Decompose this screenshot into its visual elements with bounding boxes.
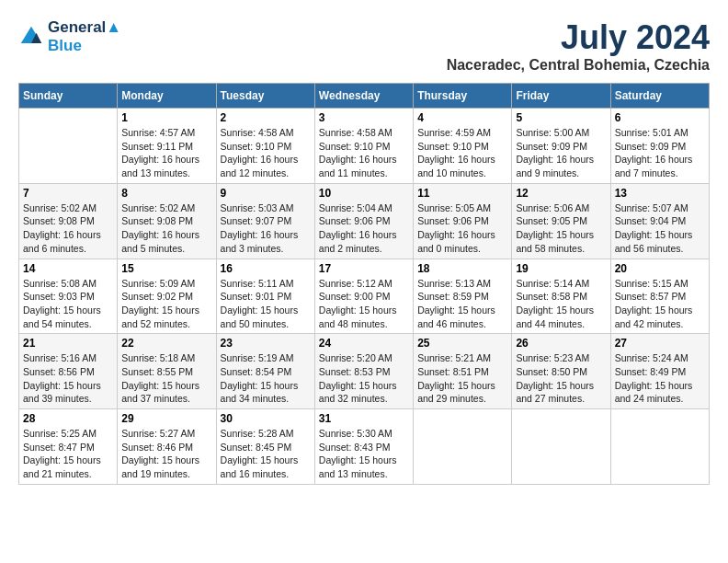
cell-content: Sunrise: 4:58 AM Sunset: 9:10 PM Dayligh…: [221, 126, 311, 180]
header: General▲ Blue July 2024 Naceradec, Centr…: [18, 18, 710, 74]
day-number: 1: [121, 111, 211, 124]
cell-content: Sunrise: 5:07 AM Sunset: 9:04 PM Dayligh…: [615, 201, 705, 256]
calendar-cell: 5Sunrise: 5:00 AM Sunset: 9:09 PM Daylig…: [512, 109, 610, 184]
day-number: 9: [221, 187, 311, 200]
day-number: 13: [615, 187, 705, 200]
day-number: 8: [121, 187, 211, 200]
calendar-cell: 20Sunrise: 5:15 AM Sunset: 8:57 PM Dayli…: [610, 259, 709, 334]
cell-content: Sunrise: 5:19 AM Sunset: 8:54 PM Dayligh…: [221, 351, 311, 406]
cell-content: Sunrise: 4:57 AM Sunset: 9:11 PM Dayligh…: [121, 126, 211, 180]
day-number: 19: [516, 262, 606, 275]
cell-content: Sunrise: 5:02 AM Sunset: 9:08 PM Dayligh…: [23, 201, 113, 256]
calendar-cell: 16Sunrise: 5:11 AM Sunset: 9:01 PM Dayli…: [216, 259, 314, 334]
day-number: 2: [221, 111, 311, 124]
calendar-cell: [414, 409, 512, 485]
cell-content: Sunrise: 5:08 AM Sunset: 9:03 PM Dayligh…: [23, 277, 113, 331]
cell-content: Sunrise: 5:20 AM Sunset: 8:53 PM Dayligh…: [319, 351, 409, 406]
cell-content: Sunrise: 5:03 AM Sunset: 9:07 PM Dayligh…: [221, 201, 311, 256]
day-number: 31: [319, 412, 409, 425]
logo-icon: [18, 24, 44, 50]
cell-content: Sunrise: 5:12 AM Sunset: 9:00 PM Dayligh…: [319, 277, 409, 331]
calendar-cell: 13Sunrise: 5:07 AM Sunset: 9:04 PM Dayli…: [610, 183, 709, 259]
day-number: 20: [615, 262, 705, 275]
calendar-header-friday: Friday: [512, 84, 610, 109]
cell-content: Sunrise: 5:04 AM Sunset: 9:06 PM Dayligh…: [319, 201, 409, 256]
cell-content: Sunrise: 5:24 AM Sunset: 8:49 PM Dayligh…: [615, 351, 705, 406]
cell-content: Sunrise: 5:00 AM Sunset: 9:09 PM Dayligh…: [516, 126, 606, 180]
calendar-week-5: 28Sunrise: 5:25 AM Sunset: 8:47 PM Dayli…: [19, 409, 710, 485]
cell-content: Sunrise: 5:09 AM Sunset: 9:02 PM Dayligh…: [121, 277, 211, 331]
cell-content: Sunrise: 5:27 AM Sunset: 8:46 PM Dayligh…: [121, 427, 211, 481]
month-year-title: July 2024: [447, 18, 710, 57]
calendar-cell: 7Sunrise: 5:02 AM Sunset: 9:08 PM Daylig…: [19, 183, 118, 259]
cell-content: Sunrise: 5:18 AM Sunset: 8:55 PM Dayligh…: [121, 351, 211, 406]
calendar-cell: 23Sunrise: 5:19 AM Sunset: 8:54 PM Dayli…: [216, 334, 314, 409]
calendar-cell: 10Sunrise: 5:04 AM Sunset: 9:06 PM Dayli…: [314, 183, 413, 259]
day-number: 30: [221, 412, 311, 425]
day-number: 12: [516, 187, 606, 200]
day-number: 23: [221, 337, 311, 350]
day-number: 26: [516, 337, 606, 350]
cell-content: Sunrise: 5:30 AM Sunset: 8:43 PM Dayligh…: [319, 427, 409, 481]
day-number: 27: [615, 337, 705, 350]
cell-content: Sunrise: 5:25 AM Sunset: 8:47 PM Dayligh…: [23, 427, 113, 481]
logo: General▲ Blue: [18, 18, 121, 54]
day-number: 17: [319, 262, 409, 275]
title-section: July 2024 Naceradec, Central Bohemia, Cz…: [447, 18, 710, 74]
day-number: 25: [417, 337, 507, 350]
day-number: 22: [121, 337, 211, 350]
calendar-cell: 24Sunrise: 5:20 AM Sunset: 8:53 PM Dayli…: [314, 334, 413, 409]
cell-content: Sunrise: 5:14 AM Sunset: 8:58 PM Dayligh…: [516, 277, 606, 331]
calendar-cell: 28Sunrise: 5:25 AM Sunset: 8:47 PM Dayli…: [19, 409, 118, 485]
calendar-header-tuesday: Tuesday: [216, 84, 314, 109]
logo-line1: General: [48, 18, 106, 36]
calendar-header-monday: Monday: [118, 84, 216, 109]
logo-line2: Blue: [48, 37, 121, 55]
calendar-cell: 1Sunrise: 4:57 AM Sunset: 9:11 PM Daylig…: [118, 109, 216, 184]
calendar-header-wednesday: Wednesday: [314, 84, 413, 109]
calendar-header-thursday: Thursday: [414, 84, 512, 109]
cell-content: Sunrise: 5:15 AM Sunset: 8:57 PM Dayligh…: [615, 277, 705, 331]
calendar-cell: 19Sunrise: 5:14 AM Sunset: 8:58 PM Dayli…: [512, 259, 610, 334]
calendar-cell: [19, 109, 118, 184]
calendar-cell: [512, 409, 610, 485]
calendar-week-4: 21Sunrise: 5:16 AM Sunset: 8:56 PM Dayli…: [19, 334, 710, 409]
cell-content: Sunrise: 5:13 AM Sunset: 8:59 PM Dayligh…: [417, 277, 507, 331]
calendar-cell: 29Sunrise: 5:27 AM Sunset: 8:46 PM Dayli…: [118, 409, 216, 485]
calendar-cell: 11Sunrise: 5:05 AM Sunset: 9:06 PM Dayli…: [414, 183, 512, 259]
calendar-cell: [610, 409, 709, 485]
calendar-cell: 27Sunrise: 5:24 AM Sunset: 8:49 PM Dayli…: [610, 334, 709, 409]
calendar-header-row: SundayMondayTuesdayWednesdayThursdayFrid…: [19, 84, 710, 109]
calendar-cell: 9Sunrise: 5:03 AM Sunset: 9:07 PM Daylig…: [216, 183, 314, 259]
day-number: 24: [319, 337, 409, 350]
calendar-cell: 21Sunrise: 5:16 AM Sunset: 8:56 PM Dayli…: [19, 334, 118, 409]
day-number: 21: [23, 337, 113, 350]
calendar-week-3: 14Sunrise: 5:08 AM Sunset: 9:03 PM Dayli…: [19, 259, 710, 334]
cell-content: Sunrise: 5:01 AM Sunset: 9:09 PM Dayligh…: [615, 126, 705, 180]
cell-content: Sunrise: 5:21 AM Sunset: 8:51 PM Dayligh…: [417, 351, 507, 406]
calendar-cell: 14Sunrise: 5:08 AM Sunset: 9:03 PM Dayli…: [19, 259, 118, 334]
calendar-week-2: 7Sunrise: 5:02 AM Sunset: 9:08 PM Daylig…: [19, 183, 710, 259]
calendar-cell: 2Sunrise: 4:58 AM Sunset: 9:10 PM Daylig…: [216, 109, 314, 184]
calendar-cell: 25Sunrise: 5:21 AM Sunset: 8:51 PM Dayli…: [414, 334, 512, 409]
cell-content: Sunrise: 5:05 AM Sunset: 9:06 PM Dayligh…: [417, 201, 507, 256]
cell-content: Sunrise: 4:58 AM Sunset: 9:10 PM Dayligh…: [319, 126, 409, 180]
day-number: 11: [417, 187, 507, 200]
calendar-cell: 8Sunrise: 5:02 AM Sunset: 9:08 PM Daylig…: [118, 183, 216, 259]
cell-content: Sunrise: 5:11 AM Sunset: 9:01 PM Dayligh…: [221, 277, 311, 331]
day-number: 10: [319, 187, 409, 200]
calendar-cell: 30Sunrise: 5:28 AM Sunset: 8:45 PM Dayli…: [216, 409, 314, 485]
cell-content: Sunrise: 5:16 AM Sunset: 8:56 PM Dayligh…: [23, 351, 113, 406]
calendar-header-sunday: Sunday: [19, 84, 118, 109]
calendar-table: SundayMondayTuesdayWednesdayThursdayFrid…: [18, 83, 710, 485]
calendar-cell: 12Sunrise: 5:06 AM Sunset: 9:05 PM Dayli…: [512, 183, 610, 259]
cell-content: Sunrise: 5:06 AM Sunset: 9:05 PM Dayligh…: [516, 201, 606, 256]
day-number: 5: [516, 111, 606, 124]
cell-content: Sunrise: 5:23 AM Sunset: 8:50 PM Dayligh…: [516, 351, 606, 406]
day-number: 29: [121, 412, 211, 425]
day-number: 3: [319, 111, 409, 124]
cell-content: Sunrise: 5:02 AM Sunset: 9:08 PM Dayligh…: [121, 201, 211, 256]
calendar-cell: 18Sunrise: 5:13 AM Sunset: 8:59 PM Dayli…: [414, 259, 512, 334]
calendar-cell: 26Sunrise: 5:23 AM Sunset: 8:50 PM Dayli…: [512, 334, 610, 409]
calendar-cell: 31Sunrise: 5:30 AM Sunset: 8:43 PM Dayli…: [314, 409, 413, 485]
